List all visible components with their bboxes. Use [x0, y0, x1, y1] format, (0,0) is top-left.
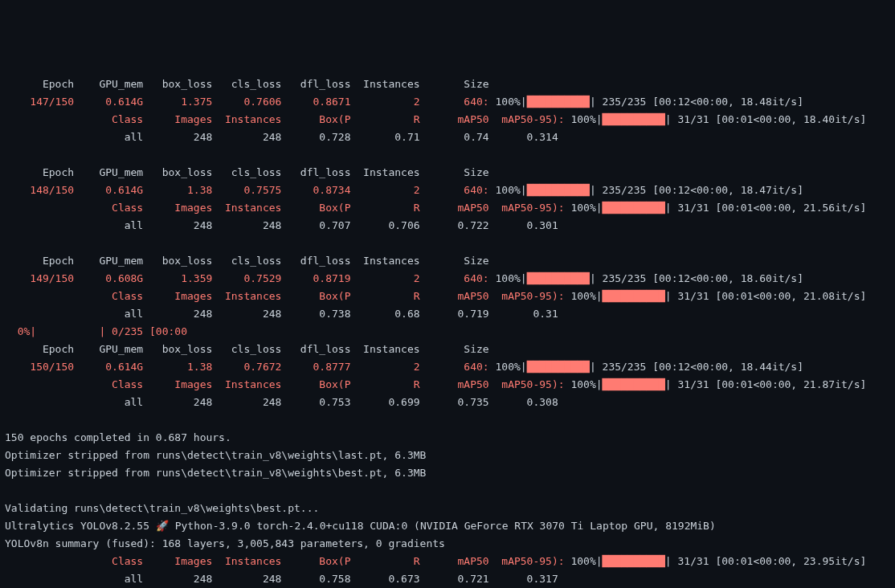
rocket-icon	[156, 520, 169, 532]
terminal-output: Epoch GPU_mem box_loss cls_loss dfl_loss…	[5, 76, 890, 588]
